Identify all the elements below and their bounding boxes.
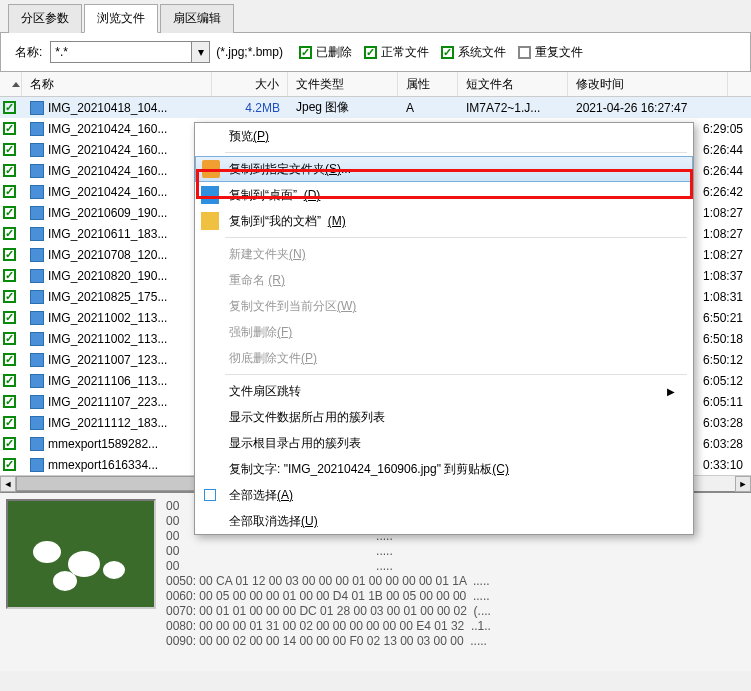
menu-separator [225, 374, 687, 375]
file-icon [30, 395, 44, 409]
row-check-icon[interactable]: ✓ [3, 248, 16, 261]
file-mtime: 2021-04-26 16:27:47 [568, 101, 728, 115]
row-check-icon[interactable]: ✓ [3, 101, 16, 114]
file-name: IMG_20210611_183... [48, 227, 167, 241]
file-name: mmexport1616334... [48, 458, 158, 472]
menu-preview[interactable]: 预览(P) [195, 123, 693, 149]
name-input[interactable] [50, 41, 192, 63]
row-check-icon[interactable]: ✓ [3, 416, 16, 429]
scroll-left[interactable]: ◄ [0, 476, 16, 492]
row-check-icon[interactable]: ✓ [3, 227, 16, 240]
table-header: 名称 大小 文件类型 属性 短文件名 修改时间 [0, 72, 751, 97]
file-icon [30, 143, 44, 157]
row-check-icon[interactable]: ✓ [3, 311, 16, 324]
table-row[interactable]: ✓IMG_20210418_104...4.2MBJpeg 图像AIM7A72~… [0, 97, 751, 118]
row-check-icon[interactable]: ✓ [3, 122, 16, 135]
file-mtime-tail: 1:08:27 [691, 206, 751, 220]
menu-copy-to-partition: 复制文件到当前分区(W) [195, 293, 693, 319]
menu-rename: 重命名 (R) [195, 267, 693, 293]
menu-separator [225, 237, 687, 238]
file-icon [30, 458, 44, 472]
tab-browse-files[interactable]: 浏览文件 [84, 4, 158, 33]
file-name: IMG_20211007_123... [48, 353, 167, 367]
context-menu: 预览(P) 复制到指定文件夹(S)... 复制到“桌面” (D) 复制到“我的文… [194, 122, 694, 535]
checkbox-deleted[interactable]: ✓已删除 [299, 44, 352, 61]
menu-show-root-clusters[interactable]: 显示根目录占用的簇列表 [195, 430, 693, 456]
row-check-icon[interactable]: ✓ [3, 374, 16, 387]
checkbox-icon [201, 486, 219, 504]
file-name: IMG_20210820_190... [48, 269, 167, 283]
menu-deselect-all[interactable]: 全部取消选择(U) [195, 508, 693, 534]
file-mtime-tail: 6:26:44 [691, 143, 751, 157]
checkbox-normal[interactable]: ✓正常文件 [364, 44, 429, 61]
file-icon [30, 248, 44, 262]
menu-copy-to-desktop[interactable]: 复制到“桌面” (D) [195, 182, 693, 208]
file-mtime-tail: 1:08:31 [691, 290, 751, 304]
checkbox-system[interactable]: ✓系统文件 [441, 44, 506, 61]
file-icon [30, 437, 44, 451]
file-name: IMG_20210424_160... [48, 122, 167, 136]
image-thumbnail [6, 499, 156, 609]
file-mtime-tail: 1:08:37 [691, 269, 751, 283]
file-name: IMG_20210708_120... [48, 248, 167, 262]
file-icon [30, 353, 44, 367]
folder-copy-icon [202, 160, 220, 178]
file-icon [30, 311, 44, 325]
row-check-icon[interactable]: ✓ [3, 185, 16, 198]
file-icon [30, 122, 44, 136]
file-icon [30, 164, 44, 178]
file-mtime-tail: 6:05:12 [691, 374, 751, 388]
col-mtime[interactable]: 修改时间 [568, 72, 728, 96]
file-mtime-tail: 6:26:44 [691, 164, 751, 178]
menu-sector-jump[interactable]: 文件扇区跳转▶ [195, 378, 693, 404]
row-check-icon[interactable]: ✓ [3, 143, 16, 156]
file-mtime-tail: 6:29:05 [691, 122, 751, 136]
uncheck-icon [518, 46, 531, 59]
file-mtime-tail: 6:26:42 [691, 185, 751, 199]
file-mtime-tail: 0:33:10 [691, 458, 751, 472]
menu-select-all[interactable]: 全部选择(A) [195, 482, 693, 508]
col-name[interactable]: 名称 [22, 72, 212, 96]
file-icon [30, 101, 44, 115]
file-name: IMG_20210418_104... [48, 101, 167, 115]
file-mtime-tail: 1:08:27 [691, 227, 751, 241]
row-check-icon[interactable]: ✓ [3, 269, 16, 282]
row-check-icon[interactable]: ✓ [3, 395, 16, 408]
row-check-icon[interactable]: ✓ [3, 332, 16, 345]
check-icon: ✓ [441, 46, 454, 59]
row-check-icon[interactable]: ✓ [3, 164, 16, 177]
col-shortname[interactable]: 短文件名 [458, 72, 568, 96]
file-type: Jpeg 图像 [288, 99, 398, 116]
menu-separator [225, 152, 687, 153]
scroll-right[interactable]: ► [735, 476, 751, 492]
menu-copy-to-docs[interactable]: 复制到“我的文档” (M) [195, 208, 693, 234]
col-check[interactable] [0, 72, 22, 96]
row-check-icon[interactable]: ✓ [3, 206, 16, 219]
file-name: IMG_20211106_113... [48, 374, 167, 388]
checkbox-duplicates[interactable]: 重复文件 [518, 44, 583, 61]
row-check-icon[interactable]: ✓ [3, 458, 16, 471]
col-type[interactable]: 文件类型 [288, 72, 398, 96]
file-name: IMG_20211107_223... [48, 395, 167, 409]
menu-show-clusters[interactable]: 显示文件数据所占用的簇列表 [195, 404, 693, 430]
file-name: IMG_20210424_160... [48, 185, 167, 199]
file-name: IMG_20210609_190... [48, 206, 167, 220]
tab-partition-params[interactable]: 分区参数 [8, 4, 82, 33]
name-dropdown[interactable]: ▾ [192, 41, 210, 63]
row-check-icon[interactable]: ✓ [3, 353, 16, 366]
tab-sector-edit[interactable]: 扇区编辑 [160, 4, 234, 33]
file-name: IMG_20210825_175... [48, 290, 167, 304]
file-shortname: IM7A72~1.J... [458, 101, 568, 115]
file-icon [30, 374, 44, 388]
file-name: IMG_20211112_183... [48, 416, 167, 430]
col-size[interactable]: 大小 [212, 72, 288, 96]
file-mtime-tail: 6:50:12 [691, 353, 751, 367]
filter-pattern: (*.jpg;*.bmp) [216, 45, 283, 59]
row-check-icon[interactable]: ✓ [3, 437, 16, 450]
col-attr[interactable]: 属性 [398, 72, 458, 96]
menu-copy-text[interactable]: 复制文字: "IMG_20210424_160906.jpg" 到剪贴板(C) [195, 456, 693, 482]
menu-copy-to-folder[interactable]: 复制到指定文件夹(S)... [195, 156, 693, 182]
row-check-icon[interactable]: ✓ [3, 290, 16, 303]
menu-force-delete: 强制删除(F) [195, 319, 693, 345]
file-attr: A [398, 101, 458, 115]
